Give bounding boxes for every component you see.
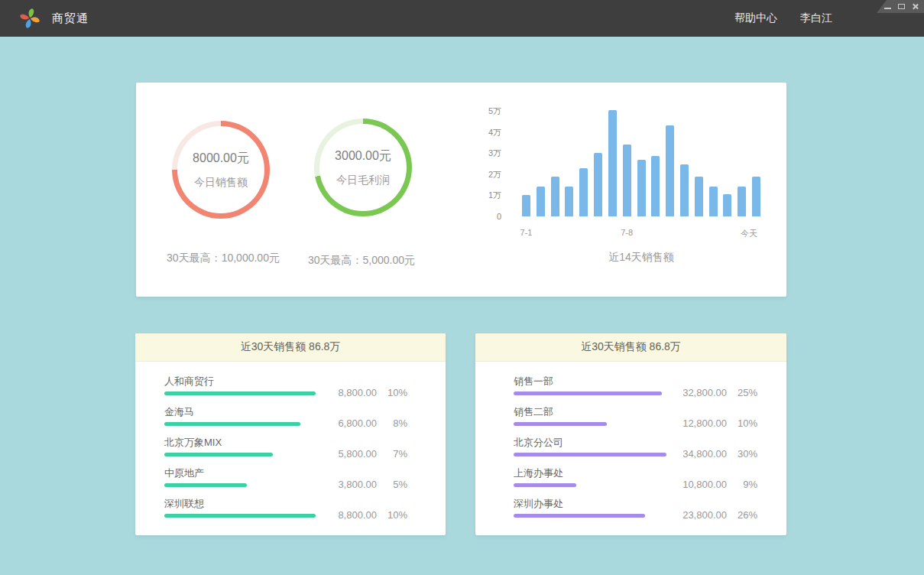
daily-sales-bar [695,177,703,216]
y-tick-label: 3万 [488,148,501,158]
daily-sales-bar [680,164,689,216]
ranking-row-label: 人和商贸行 [164,375,317,387]
daily-sales-bar [551,177,559,216]
department-ranking-header: 近30天销售额 86.8万 [475,333,786,362]
ranking-row-label: 深圳办事处 [514,498,666,509]
bar-chart-x-axis: 7-17-8今天 [522,228,760,240]
sales-bars [522,107,760,216]
y-tick-label: 5万 [488,106,501,116]
ranking-row: 销售二部12,800.0010% [514,404,757,435]
ranking-row-bar [514,391,662,395]
daily-sales-bar [709,187,718,216]
ranking-row-value: 3,800.00 [338,479,377,490]
ranking-row-percent: 7% [377,448,407,460]
y-tick-label: 0 [497,211,501,222]
ranking-row-percent: 30% [727,448,757,460]
today-sales-label: 今日销售额 [194,176,248,190]
window-controls [877,0,924,13]
minimize-icon[interactable] [884,8,891,9]
daily-sales-bar [579,168,588,217]
ranking-row: 深圳联想8,800.0010% [164,496,407,527]
daily-sales-bar [537,187,545,216]
today-profit-value: 3000.00元 [335,148,391,164]
customer-ranking-header: 近30天销售额 86.8万 [135,333,446,362]
daily-sales-bar [522,195,530,216]
overview-card: 8000.00元 今日销售额 30天最高：10,000.00元 3000.00元… [136,83,786,297]
daily-sales-bar [594,153,602,216]
ranking-row: 北京分公司34,800.0030% [514,435,757,466]
ranking-row-label: 销售一部 [514,375,666,387]
daily-sales-bar [723,194,731,216]
y-tick-label: 4万 [488,127,501,138]
department-ranking-list: 销售一部32,800.0025%销售二部12,800.0010%北京分公司34,… [475,362,786,527]
bar-chart-y-axis: 5万4万3万2万1万0 [471,107,507,216]
profit-30d-max-caption: 30天最高：5,000.00元 [274,254,449,268]
x-tick-label: 7-8 [621,228,633,237]
ranking-row-label: 深圳联想 [164,498,317,509]
ranking-row-bar [514,514,645,518]
ranking-row-percent: 8% [377,417,407,429]
ranking-row-label: 北京分公司 [514,437,666,448]
ranking-row: 中原地产3,800.005% [164,466,407,496]
daily-sales-bar [651,156,660,216]
ranking-row: 金海马6,800.008% [164,404,407,435]
ranking-row-percent: 26% [727,509,757,521]
daily-sales-bar [565,187,573,216]
ranking-row-percent: 10% [727,417,757,429]
ranking-row-value: 23,800.00 [682,509,727,521]
titlebar: 商贸通 帮助中心 李白江 [0,0,924,37]
daily-sales-bar [752,177,760,216]
ranking-row-value: 10,800.00 [682,479,727,490]
ranking-row-label: 销售二部 [514,406,666,417]
ranking-row: 销售一部32,800.0025% [514,374,757,404]
ranking-row-bar [164,422,300,426]
ranking-row-bar [164,483,247,487]
today-profit-donut: 3000.00元 今日毛利润 [314,119,412,216]
ranking-row-label: 上海办事处 [514,467,666,479]
today-profit-label: 今日毛利润 [336,174,390,187]
x-tick-label: 7-1 [520,228,533,237]
ranking-row-percent: 10% [377,509,407,521]
ranking-row-percent: 9% [727,479,757,490]
ranking-row-percent: 25% [727,387,757,398]
ranking-row-bar [164,514,316,518]
pinwheel-logo-icon [18,7,41,30]
x-tick-label: 今天 [741,228,757,239]
daily-sales-bar [623,145,631,216]
department-ranking-card: 近30天销售额 86.8万 销售一部32,800.0025%销售二部12,800… [475,333,786,535]
bar-chart-caption: 近14天销售额 [522,251,760,265]
ranking-row-label: 中原地产 [164,467,317,479]
ranking-row-percent: 5% [377,479,407,490]
ranking-row-label: 金海马 [164,406,317,417]
maximize-icon[interactable] [898,4,905,9]
ranking-row-value: 5,800.00 [338,448,377,460]
ranking-row-value: 6,800.00 [338,417,377,429]
app-title: 商贸通 [52,11,89,26]
daily-sales-bar [738,187,746,216]
ranking-row: 上海办事处10,800.009% [514,466,757,496]
ranking-row-value: 8,800.00 [338,509,377,521]
ranking-row-bar [514,453,666,456]
ranking-row: 人和商贸行8,800.0010% [164,374,407,404]
ranking-row: 北京万象MIX5,800.007% [164,435,407,466]
help-center-link[interactable]: 帮助中心 [734,11,777,25]
ranking-row-label: 北京万象MIX [164,437,317,448]
close-icon[interactable] [912,3,919,10]
ranking-row-bar [164,453,273,456]
ranking-row: 深圳办事处23,800.0026% [514,496,757,527]
ranking-row-percent: 10% [377,387,407,398]
ranking-row-bar [514,422,607,426]
ranking-row-value: 32,800.00 [682,387,727,398]
y-tick-label: 1万 [488,190,501,200]
ranking-row-value: 34,800.00 [682,448,727,460]
daily-sales-bar [608,110,617,216]
username-link[interactable]: 李白江 [800,11,832,25]
ranking-row-value: 12,800.00 [682,417,727,429]
y-tick-label: 2万 [488,169,501,180]
ranking-row-bar [164,391,316,395]
ranking-row-value: 8,800.00 [338,387,377,398]
daily-sales-bar [637,160,646,217]
customer-ranking-list: 人和商贸行8,800.0010%金海马6,800.008%北京万象MIX5,80… [135,362,446,527]
customer-ranking-card: 近30天销售额 86.8万 人和商贸行8,800.0010%金海马6,800.0… [135,333,446,535]
today-sales-donut: 8000.00元 今日销售额 [172,121,270,219]
